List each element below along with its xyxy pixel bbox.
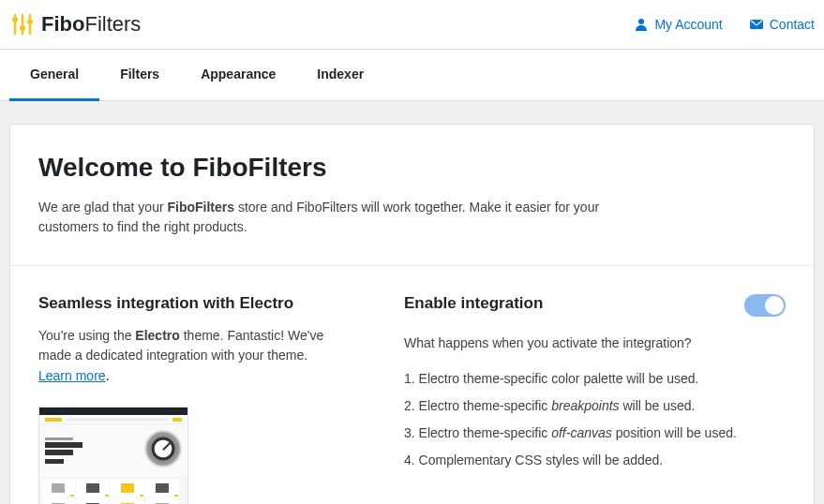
tab-indexer[interactable]: Indexer — [296, 50, 384, 101]
list-item: Electro theme-specific color palette wil… — [404, 369, 786, 389]
content: Welcome to FiboFilters We are glad that … — [0, 101, 824, 504]
integration-section: Seamless integration with Electro You're… — [10, 266, 814, 504]
contact-link[interactable]: Contact — [749, 17, 815, 32]
enable-section: Enable integration What happens when you… — [404, 294, 786, 504]
svg-point-4 — [20, 25, 25, 31]
enable-subtext: What happens when you activate the integ… — [404, 335, 786, 350]
main-card: Welcome to FiboFilters We are glad that … — [9, 124, 815, 504]
integration-text: You're using the Electro theme. Fantasti… — [38, 326, 348, 365]
svg-point-3 — [12, 17, 18, 22]
header: FiboFilters My Account Contact — [0, 0, 824, 50]
toggle-knob — [765, 296, 784, 315]
user-icon — [634, 17, 649, 32]
svg-point-5 — [27, 19, 33, 24]
my-account-link[interactable]: My Account — [634, 17, 722, 32]
tabs: General Filters Appearance Indexer — [0, 50, 824, 101]
logo-text: FiboFilters — [41, 12, 141, 37]
contact-label: Contact — [770, 17, 815, 32]
header-links: My Account Contact — [634, 17, 815, 32]
welcome-title: Welcome to FiboFilters — [38, 153, 786, 183]
tab-appearance[interactable]: Appearance — [180, 50, 296, 101]
my-account-label: My Account — [654, 17, 722, 32]
svg-point-6 — [638, 19, 644, 24]
logo: FiboFilters — [9, 11, 141, 37]
theme-preview-image — [38, 407, 188, 504]
learn-more-line: Learn more. — [38, 367, 348, 384]
welcome-text: We are glad that your FiboFilters store … — [38, 198, 601, 237]
list-item: Complementary CSS styles will be added. — [404, 451, 786, 470]
integration-list: Electro theme-specific color palette wil… — [404, 369, 786, 470]
integration-heading: Seamless integration with Electro — [38, 294, 348, 313]
integration-left: Seamless integration with Electro You're… — [38, 294, 348, 504]
enable-toggle[interactable] — [744, 294, 786, 317]
learn-more-link[interactable]: Learn more — [38, 368, 106, 383]
welcome-section: Welcome to FiboFilters We are glad that … — [10, 125, 814, 266]
tab-filters[interactable]: Filters — [99, 50, 180, 101]
list-item: Electro theme-specific breakpoints will … — [404, 396, 786, 416]
logo-icon — [9, 11, 36, 37]
tab-general[interactable]: General — [9, 50, 99, 101]
list-item: Electro theme-specific off-canvas positi… — [404, 423, 786, 443]
mail-icon — [749, 17, 764, 32]
enable-heading: Enable integration — [404, 294, 543, 313]
